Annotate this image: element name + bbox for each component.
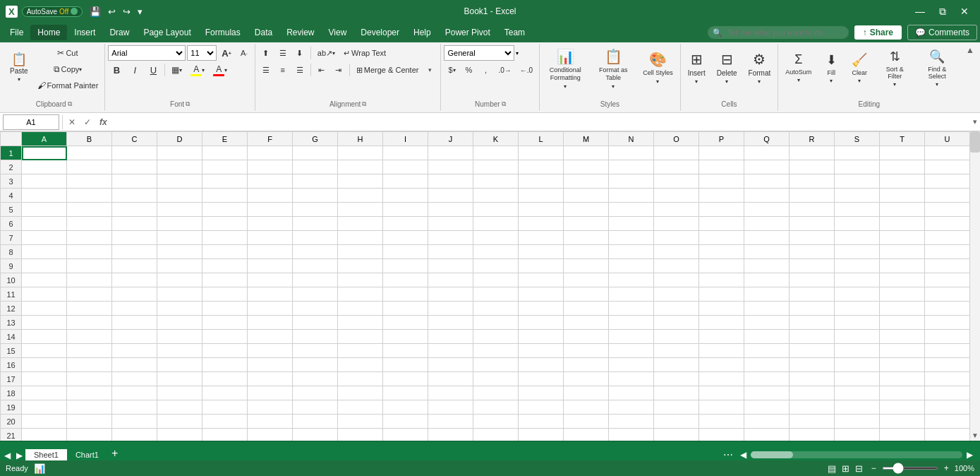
workbook-statistics-icon[interactable]: 📊 bbox=[34, 463, 45, 474]
sheet-scroll-left-button[interactable]: ◀ bbox=[1, 451, 13, 460]
col-header-K[interactable]: K bbox=[473, 132, 519, 146]
cell-R9[interactable] bbox=[790, 259, 835, 273]
cell-G4[interactable] bbox=[293, 189, 338, 203]
menu-page-layout[interactable]: Page Layout bbox=[136, 25, 198, 40]
cell-I16[interactable] bbox=[383, 358, 428, 372]
cell-M18[interactable] bbox=[564, 386, 609, 400]
cell-D4[interactable] bbox=[157, 189, 202, 203]
cell-J15[interactable] bbox=[428, 344, 473, 358]
cell-M17[interactable] bbox=[564, 372, 609, 386]
cell-L3[interactable] bbox=[519, 174, 564, 189]
zoom-out-button[interactable]: − bbox=[869, 463, 879, 473]
cell-Q4[interactable] bbox=[744, 189, 790, 203]
cell-H13[interactable] bbox=[338, 316, 383, 330]
format-button[interactable]: ⚙ Format ▾ bbox=[744, 45, 775, 90]
cell-F9[interactable] bbox=[248, 259, 293, 273]
clipboard-expand-icon[interactable]: ⧉ bbox=[68, 100, 72, 108]
cell-Q20[interactable] bbox=[744, 415, 790, 429]
cell-L15[interactable] bbox=[519, 344, 564, 358]
cell-I17[interactable] bbox=[383, 372, 428, 386]
cell-H14[interactable] bbox=[338, 330, 383, 344]
save-button[interactable]: 💾 bbox=[87, 5, 104, 18]
cell-Q16[interactable] bbox=[744, 358, 790, 372]
cell-reference-box[interactable]: A1 bbox=[3, 114, 59, 130]
cell-J12[interactable] bbox=[428, 302, 473, 316]
col-header-R[interactable]: R bbox=[790, 132, 835, 146]
row-num-20[interactable]: 20 bbox=[1, 415, 22, 429]
cell-E16[interactable] bbox=[202, 358, 248, 372]
cell-U8[interactable] bbox=[925, 245, 970, 259]
cell-I5[interactable] bbox=[383, 203, 428, 217]
cell-K17[interactable] bbox=[473, 372, 519, 386]
cell-F15[interactable] bbox=[248, 344, 293, 358]
cell-T18[interactable] bbox=[880, 386, 925, 400]
cell-A4[interactable] bbox=[22, 189, 67, 203]
cell-F3[interactable] bbox=[248, 174, 293, 189]
cell-S2[interactable] bbox=[835, 160, 880, 174]
cell-O21[interactable] bbox=[654, 429, 699, 441]
minimize-button[interactable]: — bbox=[909, 5, 931, 18]
cell-D18[interactable] bbox=[157, 386, 202, 400]
cell-S4[interactable] bbox=[835, 189, 880, 203]
cell-J8[interactable] bbox=[428, 245, 473, 259]
cell-A19[interactable] bbox=[22, 400, 67, 415]
cell-F17[interactable] bbox=[248, 372, 293, 386]
cell-U13[interactable] bbox=[925, 316, 970, 330]
cell-B21[interactable] bbox=[67, 429, 112, 441]
row-num-10[interactable]: 10 bbox=[1, 273, 22, 287]
cell-Q14[interactable] bbox=[744, 330, 790, 344]
cell-D21[interactable] bbox=[157, 429, 202, 441]
cell-O12[interactable] bbox=[654, 302, 699, 316]
cell-C7[interactable] bbox=[112, 231, 157, 245]
cell-O8[interactable] bbox=[654, 245, 699, 259]
align-middle-button[interactable]: ☰ bbox=[275, 45, 291, 61]
cell-N17[interactable] bbox=[609, 372, 654, 386]
cell-T14[interactable] bbox=[880, 330, 925, 344]
cell-K13[interactable] bbox=[473, 316, 519, 330]
cell-C16[interactable] bbox=[112, 358, 157, 372]
col-header-L[interactable]: L bbox=[519, 132, 564, 146]
cell-N10[interactable] bbox=[609, 273, 654, 287]
cell-T12[interactable] bbox=[880, 302, 925, 316]
cell-T5[interactable] bbox=[880, 203, 925, 217]
cell-T16[interactable] bbox=[880, 358, 925, 372]
cell-L2[interactable] bbox=[519, 160, 564, 174]
cell-R5[interactable] bbox=[790, 203, 835, 217]
vertical-scrollbar[interactable]: ▼ bbox=[969, 131, 980, 441]
align-center-button[interactable]: ≡ bbox=[275, 62, 291, 78]
col-header-F[interactable]: F bbox=[248, 132, 293, 146]
cell-R4[interactable] bbox=[790, 189, 835, 203]
cell-C1[interactable] bbox=[112, 146, 157, 160]
cell-R15[interactable] bbox=[790, 344, 835, 358]
undo-button[interactable]: ↩ bbox=[105, 5, 119, 18]
cell-Q1[interactable] bbox=[744, 146, 790, 160]
cell-E1[interactable] bbox=[202, 146, 248, 160]
cell-O19[interactable] bbox=[654, 400, 699, 415]
cell-N19[interactable] bbox=[609, 400, 654, 415]
cell-C15[interactable] bbox=[112, 344, 157, 358]
cell-J9[interactable] bbox=[428, 259, 473, 273]
cell-R16[interactable] bbox=[790, 358, 835, 372]
row-num-19[interactable]: 19 bbox=[1, 400, 22, 415]
number-format-select[interactable]: General Number Currency Short Date Long … bbox=[444, 45, 514, 61]
cell-D2[interactable] bbox=[157, 160, 202, 174]
cell-M12[interactable] bbox=[564, 302, 609, 316]
decrease-indent-button[interactable]: ⇤ bbox=[314, 62, 329, 78]
cell-I8[interactable] bbox=[383, 245, 428, 259]
cell-N3[interactable] bbox=[609, 174, 654, 189]
cell-D6[interactable] bbox=[157, 217, 202, 231]
find-select-button[interactable]: 🔍 Find & Select ▾ bbox=[917, 45, 957, 90]
cell-J2[interactable] bbox=[428, 160, 473, 174]
cell-P6[interactable] bbox=[699, 217, 744, 231]
hscroll-right-button[interactable]: ▶ bbox=[964, 450, 976, 460]
bold-button[interactable]: B bbox=[108, 62, 125, 78]
cell-F21[interactable] bbox=[248, 429, 293, 441]
cell-F13[interactable] bbox=[248, 316, 293, 330]
cell-F10[interactable] bbox=[248, 273, 293, 287]
cell-M10[interactable] bbox=[564, 273, 609, 287]
menu-formulas[interactable]: Formulas bbox=[198, 25, 248, 40]
cell-O16[interactable] bbox=[654, 358, 699, 372]
cell-Q10[interactable] bbox=[744, 273, 790, 287]
col-header-P[interactable]: P bbox=[699, 132, 744, 146]
autosum-button[interactable]: Σ AutoSum ▾ bbox=[781, 45, 816, 90]
